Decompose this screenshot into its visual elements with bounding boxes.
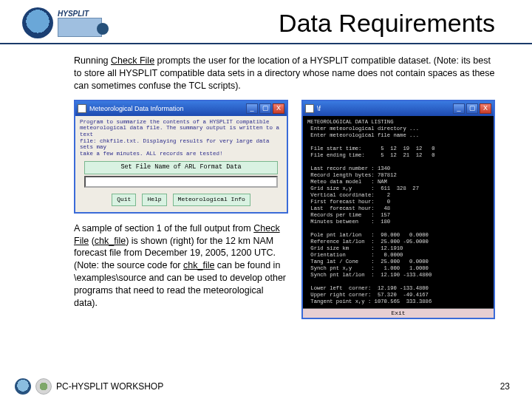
console-output: METEOROLOGICAL DATA LISTING Enter meteor… bbox=[303, 116, 494, 308]
console-window: \f _ ▢ X METEOROLOGICAL DATA LISTING Ent… bbox=[301, 100, 495, 320]
help-button[interactable]: Help bbox=[142, 194, 166, 206]
console-titlebar[interactable]: \f _ ▢ X bbox=[303, 101, 494, 116]
meteo-description: Program to summarize the contents of a H… bbox=[80, 119, 282, 157]
set-file-label: Set File Name of ARL Format Data bbox=[84, 161, 278, 174]
exit-button[interactable]: Exit bbox=[303, 308, 494, 318]
meteo-button-row: Quit Help Meteorological Info bbox=[80, 192, 282, 208]
slide-header: HYSPLIT Data Requirements bbox=[0, 0, 532, 44]
maximize-button[interactable]: ▢ bbox=[259, 103, 271, 114]
meteo-window-title: Meteorological Data Information bbox=[89, 104, 184, 113]
intro-paragraph: Running Check File prompts the user for … bbox=[74, 55, 495, 92]
footer-left: PC-HYSPLIT WORKSHOP bbox=[15, 378, 163, 395]
meteo-info-button[interactable]: Meteorological Info bbox=[173, 194, 250, 206]
noaa-logo-icon bbox=[22, 7, 53, 38]
console-minimize-button[interactable]: _ bbox=[453, 103, 465, 114]
console-body: METEOROLOGICAL DATA LISTING Enter meteor… bbox=[303, 116, 494, 318]
meteo-titlebar[interactable]: Meteorological Data Information _ ▢ X bbox=[75, 101, 287, 116]
intro-lead: Running bbox=[74, 55, 111, 66]
window-icon bbox=[78, 104, 86, 113]
window-controls: _ ▢ X bbox=[246, 103, 284, 114]
hysplit-map-icon bbox=[58, 18, 102, 37]
meteo-window-body: Program to summarize the contents of a H… bbox=[75, 116, 287, 212]
console-window-controls: _ ▢ X bbox=[453, 103, 491, 114]
console-window-title: \f bbox=[317, 104, 321, 113]
file-path-input[interactable] bbox=[84, 176, 278, 188]
close-button[interactable]: X bbox=[273, 103, 284, 114]
right-column: \f _ ▢ X METEOROLOGICAL DATA LISTING Ent… bbox=[301, 100, 495, 320]
p2-u2: chk_file bbox=[95, 236, 126, 246]
footer-workshop-label: PC-HYSPLIT WORKSHOP bbox=[56, 381, 163, 392]
sample-paragraph: A sample of section 1 of the full output… bbox=[74, 222, 288, 310]
page-number: 23 bbox=[500, 381, 510, 392]
left-column: Meteorological Data Information _ ▢ X Pr… bbox=[74, 100, 288, 310]
footer-noaa-icon bbox=[15, 378, 31, 395]
meteo-info-window: Meteorological Data Information _ ▢ X Pr… bbox=[74, 100, 288, 214]
slide-body: Running Check File prompts the user for … bbox=[0, 44, 532, 319]
quit-button[interactable]: Quit bbox=[112, 194, 136, 206]
console-maximize-button[interactable]: ▢ bbox=[466, 103, 478, 114]
p2-u3: chk_file bbox=[183, 260, 214, 270]
screenshots-row: Meteorological Data Information _ ▢ X Pr… bbox=[74, 100, 495, 320]
console-close-button[interactable]: X bbox=[480, 103, 491, 114]
hysplit-logo-block: HYSPLIT bbox=[22, 7, 163, 38]
minimize-button[interactable]: _ bbox=[246, 103, 258, 114]
hysplit-badge-text: HYSPLIT bbox=[58, 10, 102, 18]
p2-b: ( bbox=[89, 236, 95, 246]
footer-emblem-icon bbox=[35, 378, 52, 395]
console-window-icon bbox=[305, 104, 314, 113]
hysplit-badge: HYSPLIT bbox=[58, 10, 102, 37]
page-title: Data Requirements bbox=[163, 9, 510, 38]
p2-a: A sample of section 1 of the full output… bbox=[74, 223, 253, 233]
slide-footer: PC-HYSPLIT WORKSHOP 23 bbox=[0, 378, 532, 395]
check-file-link: Check File bbox=[111, 55, 154, 66]
